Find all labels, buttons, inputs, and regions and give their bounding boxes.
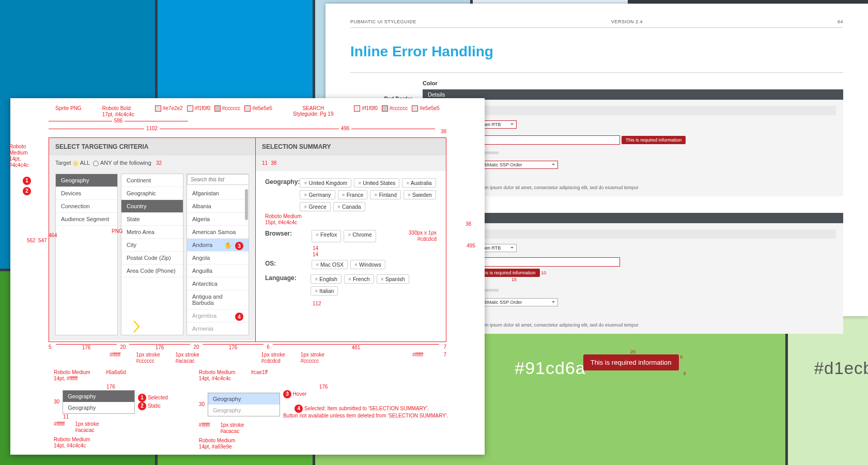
dim-20a: 20 bbox=[117, 344, 129, 351]
summary-label-os: OS: bbox=[265, 260, 312, 269]
panel-heading-left: SELECT TARGETING CRITERIA bbox=[49, 138, 255, 156]
legend1-dim-30: 30 bbox=[54, 399, 59, 405]
dim-496: 496 bbox=[255, 129, 435, 135]
legend-hover-disabled: Geography Geography bbox=[208, 393, 280, 416]
chip[interactable]: Sweden bbox=[404, 190, 436, 199]
page-header: PUBMATIC UI STYLEGUIDE VERSION 2.4 64 bbox=[350, 19, 843, 28]
chip[interactable]: Finland bbox=[370, 190, 401, 199]
dim-14a: 14 bbox=[313, 245, 318, 251]
list-item[interactable]: Country bbox=[121, 200, 183, 213]
order-name-select[interactable]: PubMatic SSP Order bbox=[475, 161, 558, 169]
legend1-stroke: 1px stroke #acacac bbox=[75, 421, 99, 433]
list-item[interactable]: Antigua and Barbuda bbox=[187, 290, 249, 309]
dim-5: 5 bbox=[49, 344, 56, 351]
annotation-swatch-e5e5e5-2: #e5e5e5 bbox=[412, 105, 440, 118]
annotation-swatch-e5e5e5: #e5e5e5 bbox=[244, 105, 272, 118]
chip[interactable]: United Kingdom bbox=[300, 178, 351, 188]
list-item[interactable]: Antarctica bbox=[187, 277, 249, 290]
list-item[interactable]: State bbox=[121, 213, 183, 226]
list-item[interactable]: Albania bbox=[187, 200, 249, 213]
chip[interactable]: Windows bbox=[350, 260, 385, 269]
list-item[interactable]: Anguilla bbox=[187, 265, 249, 277]
panel-subheader: Line Item Information bbox=[430, 106, 836, 115]
annotation-roboto-medium-14: Roboto Medium 14pt, #4c4c4c bbox=[9, 144, 28, 168]
dim-32: 32 bbox=[156, 160, 162, 166]
legend2-selected-note: Selected: Item submitted to 'SELECTION S… bbox=[283, 406, 448, 419]
list-item[interactable]: Geography bbox=[56, 174, 117, 187]
dim-7b: 7 bbox=[443, 352, 446, 364]
chip[interactable]: Chrome bbox=[344, 230, 376, 242]
note-1px-cccccc-2: 1px stroke #cccccc bbox=[301, 352, 324, 364]
dim-6: 6 bbox=[264, 344, 273, 351]
list-item[interactable]: Postal Code (Zip) bbox=[121, 252, 183, 265]
list-item[interactable]: Audience Segment bbox=[56, 213, 117, 226]
list-item[interactable]: Devices bbox=[56, 187, 117, 200]
list-item[interactable]: Angola bbox=[187, 252, 249, 265]
chip[interactable]: Firefox bbox=[312, 230, 341, 242]
legend2-hover: Hover bbox=[293, 391, 307, 397]
chip[interactable]: English bbox=[311, 274, 342, 284]
list-item[interactable]: Metro Area bbox=[121, 226, 183, 239]
legend2-dim-176: 176 bbox=[199, 384, 448, 390]
chip[interactable]: France bbox=[338, 190, 368, 199]
list-item[interactable]: Area Code (Phone) bbox=[121, 265, 183, 277]
legend1-font2: Roboto Medium 14pt, #4c4c4c bbox=[54, 437, 168, 449]
list-item[interactable]: Geographic bbox=[121, 187, 183, 200]
annotation-sprite-png: Sprite PNG bbox=[55, 105, 82, 118]
annotation-roboto-medium-15: Roboto Medium 15pt, #4c4c4c bbox=[265, 213, 437, 226]
list-item[interactable]: Connection bbox=[56, 200, 117, 213]
chip[interactable]: Germany bbox=[300, 190, 335, 199]
chip[interactable]: United States bbox=[354, 178, 399, 188]
chip[interactable]: Australia bbox=[402, 178, 436, 188]
subsection-color: Color bbox=[423, 80, 843, 86]
list-item[interactable]: Algeria bbox=[187, 213, 249, 226]
scrollbar[interactable] bbox=[245, 189, 248, 220]
chip[interactable]: Mac OSX bbox=[312, 260, 348, 269]
target-label: Target bbox=[55, 160, 71, 166]
legend1-bg: #6a6a6d bbox=[106, 369, 126, 382]
doc-page-number: 64 bbox=[838, 19, 843, 24]
radio-any[interactable] bbox=[93, 161, 99, 166]
chip[interactable]: Italian bbox=[311, 286, 338, 296]
order-name-select-2[interactable]: PubMatic SSP Order bbox=[475, 298, 558, 306]
callout-badge-1: 1 bbox=[23, 177, 31, 185]
dim-464: 464 bbox=[49, 233, 57, 239]
list-item[interactable]: Andorra3✋ bbox=[187, 239, 249, 252]
arrow-indicator-icon bbox=[133, 320, 141, 333]
line-item-name-input-2[interactable] bbox=[475, 257, 620, 267]
doc-version: VERSION 2.4 bbox=[611, 19, 643, 24]
dim-38c: 38 bbox=[466, 221, 471, 227]
list-item[interactable]: American Samoa bbox=[187, 226, 249, 239]
chip[interactable]: Greece bbox=[300, 202, 331, 211]
subsection-error-flag-padding: Error Flag Padding bbox=[423, 341, 843, 347]
annotation-swatch-f1f0f0: #f1f0f0 bbox=[187, 105, 210, 118]
annotation-swatch-f1f0f0-2: #f1f0f0 bbox=[354, 105, 377, 118]
radio-all[interactable] bbox=[73, 161, 79, 166]
legend1-selected: Selected bbox=[148, 395, 168, 400]
dim-176c: 176 bbox=[203, 344, 264, 351]
chip[interactable]: Canada bbox=[333, 202, 365, 211]
chip[interactable]: French bbox=[344, 274, 374, 284]
list-item[interactable]: Continent bbox=[121, 174, 183, 187]
padding-annotation-20: 20 bbox=[423, 349, 843, 354]
list-item[interactable]: Afganistan bbox=[187, 187, 249, 200]
error-flag-large: This is required information bbox=[583, 354, 679, 370]
list-item[interactable]: Armenia bbox=[187, 322, 249, 335]
line-item-name-input[interactable] bbox=[475, 135, 620, 145]
legend2-font: Roboto Medium 14pt, #4c4c4c bbox=[199, 369, 236, 382]
legend1-static: Static bbox=[148, 403, 161, 409]
search-input[interactable] bbox=[188, 175, 249, 184]
padding-annotation-15: 15 bbox=[512, 277, 620, 282]
legend2-font2: Roboto Medium 14pt, #a69e9e bbox=[199, 438, 448, 450]
list-item[interactable]: City bbox=[121, 239, 183, 252]
annotation-search-ref: SEARCHStyleguide: Pg 19 bbox=[293, 105, 333, 118]
chip[interactable]: Spanish bbox=[377, 274, 409, 284]
legend1-ffffff: #ffffff bbox=[54, 421, 65, 433]
list-item[interactable]: Argentina4 bbox=[187, 309, 249, 322]
legend2-dim-30: 30 bbox=[199, 401, 205, 408]
legend1-dim-176: 176 bbox=[54, 384, 168, 390]
panel-header-details: Details bbox=[423, 89, 843, 100]
divider bbox=[350, 72, 843, 73]
note-ffffff: #ffffff bbox=[110, 352, 120, 364]
dim-7a: 7 bbox=[439, 344, 446, 351]
